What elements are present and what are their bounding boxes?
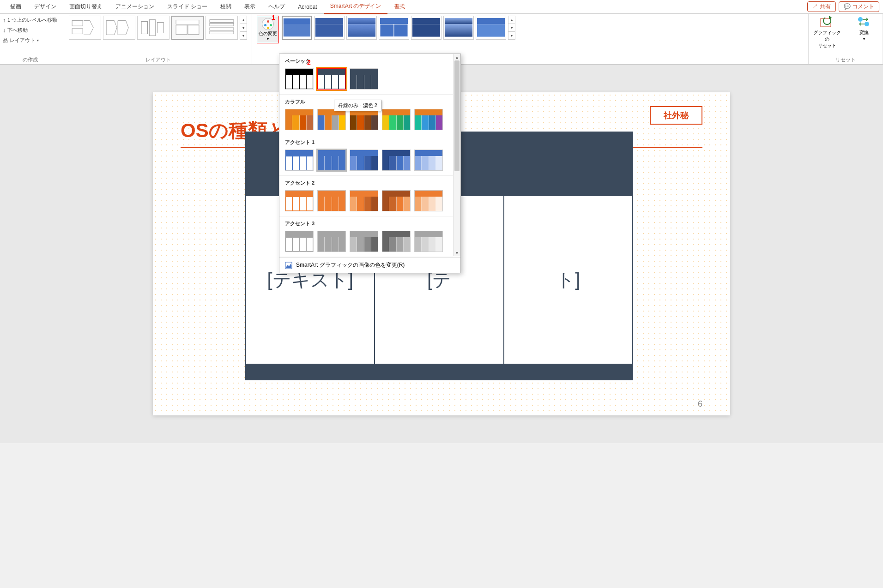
convert-label: 変換 [859,30,869,36]
dd-section-accent1: アクセント 1 [279,135,460,148]
layout-option-2[interactable] [103,16,135,40]
level-up-button[interactable]: ↑1 つ上のレベルへ移動 [1,16,59,24]
smartart-cell-3-text: ト] [556,267,580,293]
tab-slideshow[interactable]: スライド ショー [161,0,214,13]
tab-review[interactable]: 校閲 [214,0,238,13]
color-accent2-1[interactable] [285,190,314,211]
style-option-4[interactable] [379,16,409,40]
move-down-button[interactable]: ↓下へ移動 [1,26,59,35]
picture-color-icon [285,262,292,269]
svg-rect-9 [210,23,234,26]
color-accent1-5[interactable] [414,150,443,171]
svg-rect-26 [426,24,440,36]
color-accent3-5[interactable] [414,231,443,252]
group-create-graphic: ↑1 つ上のレベルへ移動 ↓下へ移動 品レイアウト▾ の作成 [0,14,64,64]
dd-section-accent3: アクセント 3 [279,216,460,229]
color-accent2-2[interactable] [317,190,346,211]
dd-footer-label: SmartArt グラフィックの画像の色を変更(R) [296,261,405,269]
color-accent2-4[interactable] [382,190,411,211]
level-up-label: 1 つ上のレベルへ移動 [7,17,57,24]
style-option-2[interactable] [314,16,345,40]
color-accent3-3[interactable] [350,231,378,252]
color-accent2-3[interactable] [350,190,378,211]
layout-gallery-spinner: ▲ ▼ ▾ [240,16,247,40]
reset-graphic-icon [820,16,835,29]
convert-icon [857,16,871,29]
svg-rect-24 [412,18,440,24]
tab-transitions[interactable]: 画面切り替え [63,0,109,13]
dd-scrollbar[interactable]: ▲ ▼ [453,54,460,256]
color-accent3-1[interactable] [285,231,314,252]
style-gallery: ▲ ▼ ▾ [282,16,515,40]
dd-scroll-thumb[interactable] [454,60,460,171]
dd-recolor-pictures[interactable]: SmartArt グラフィックの画像の色を変更(R) [279,257,460,273]
group-reset: グラフィックの リセット 変換 ▾ リセット [809,14,883,64]
reset-graphic-label: グラフィックの リセット [813,30,841,49]
svg-rect-27 [445,18,472,24]
dd-scroll-up[interactable]: ▲ [454,54,460,60]
color-accent3-4[interactable] [382,231,411,252]
chevron-down-icon: ▾ [267,37,269,41]
style-gallery-up[interactable]: ▲ [508,16,515,24]
style-option-6[interactable] [443,16,474,40]
layout-option-1[interactable] [69,16,101,40]
tab-draw[interactable]: 描画 [4,0,28,13]
color-colorful-4[interactable] [382,109,411,130]
group-layouts: ▲ ▼ ▾ レイアウト [64,14,252,64]
color-colorful-5[interactable] [414,109,443,130]
comment-button[interactable]: 💬 コメント [839,1,879,12]
style-option-3[interactable] [346,16,377,40]
color-accent1-4[interactable] [382,150,411,171]
dd-row-basic: 枠線のみ - 濃色 2 [279,66,460,95]
svg-rect-6 [176,25,187,34]
color-basic-3[interactable] [350,68,378,90]
layout-menu-button[interactable]: 品レイアウト▾ [1,36,59,45]
tab-acrobat[interactable]: Acrobat [291,1,323,13]
svg-rect-5 [176,20,199,24]
annotation-2: 2 [307,59,311,66]
color-colorful-2[interactable] [317,109,346,130]
svg-rect-23 [394,24,408,36]
layout-option-4[interactable] [171,16,204,40]
share-label: 共有 [820,3,831,10]
layout-option-5[interactable] [206,16,238,40]
color-accent1-3[interactable] [350,150,378,171]
reset-graphic-button[interactable]: グラフィックの リセット [813,16,841,49]
tab-animations[interactable]: アニメーション [109,0,161,13]
layout-gallery-more[interactable]: ▾ [240,32,247,39]
svg-rect-12 [284,18,310,24]
smartart-cell-3[interactable]: ト] [504,196,633,365]
change-colors-button[interactable]: 色の変更 ▾ [257,16,279,43]
style-gallery-down[interactable]: ▼ [508,24,515,32]
dd-scroll-down[interactable]: ▼ [454,250,460,256]
color-colorful-3[interactable] [350,109,378,130]
tab-format[interactable]: 書式 [387,0,411,13]
style-gallery-more[interactable]: ▾ [508,32,515,39]
layout-icon: 品 [3,37,8,44]
color-accent2-5[interactable] [414,190,443,211]
layout-menu-label: レイアウト [10,37,35,44]
color-accent1-1[interactable] [285,150,314,171]
layout-gallery-down[interactable]: ▼ [240,24,247,32]
layout-gallery-up[interactable]: ▲ [240,16,247,24]
convert-button[interactable]: 変換 ▾ [850,16,878,41]
color-basic-1[interactable] [285,68,314,90]
color-accent1-2[interactable] [317,150,346,171]
share-button[interactable]: ↗ 共有 [807,1,835,12]
color-basic-2[interactable] [317,68,346,90]
color-colorful-1[interactable] [285,109,314,130]
tab-help[interactable]: ヘルプ [262,0,291,13]
svg-rect-8 [210,20,234,23]
style-option-1[interactable] [282,16,312,40]
layout-option-3[interactable] [137,16,169,40]
confidential-stamp[interactable]: 社外秘 [650,106,702,125]
color-accent3-2[interactable] [317,231,346,252]
style-option-7[interactable] [476,16,506,40]
tab-smartart-design[interactable]: SmartArt のデザイン [324,0,388,14]
tab-view[interactable]: 表示 [238,0,262,13]
svg-rect-2 [141,22,147,34]
tab-design[interactable]: デザイン [28,0,63,13]
style-option-5[interactable] [411,16,442,40]
change-colors-dropdown: 2 ベーシック 枠線のみ - 濃色 2 カラフル アクセント 1 アクセント 2… [279,54,461,273]
chevron-down-icon: ▾ [37,38,39,42]
